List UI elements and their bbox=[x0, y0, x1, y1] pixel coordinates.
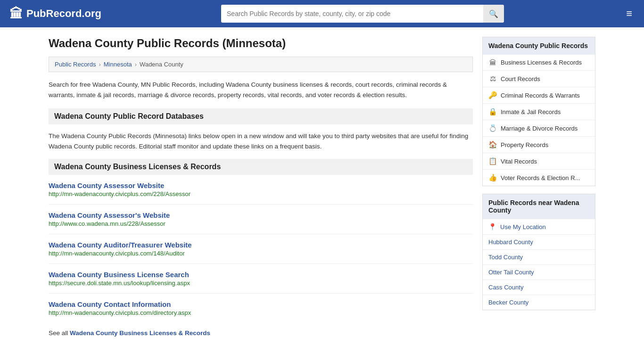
record-title-3[interactable]: Wadena County Business License Search bbox=[49, 271, 189, 279]
lock-icon: 🔒 bbox=[488, 107, 497, 116]
home-icon: 🏠 bbox=[488, 140, 497, 149]
sidebar-becker-county[interactable]: Becker County bbox=[483, 295, 595, 310]
breadcrumb-separator-1: › bbox=[99, 61, 100, 68]
court-icon: ⚖ bbox=[488, 74, 497, 83]
business-icon: 🏛 bbox=[488, 58, 497, 66]
sidebar-label-court: Court Records bbox=[501, 75, 540, 82]
databases-description: The Wadena County Public Records (Minnes… bbox=[49, 131, 473, 151]
sidebar-cass-county[interactable]: Cass County bbox=[483, 280, 595, 295]
record-title-4[interactable]: Wadena County Contact Information bbox=[49, 300, 171, 308]
sidebar-use-location[interactable]: 📍 Use My Location bbox=[483, 219, 595, 234]
record-title-0[interactable]: Wadena County Assessor Website bbox=[49, 181, 164, 189]
record-entry-2: Wadena County Auditor/Treasurer Website … bbox=[49, 241, 473, 264]
sidebar-label-business: Business Licenses & Records bbox=[501, 59, 582, 66]
main-content: Wadena County Public Records (Minnesota)… bbox=[49, 37, 473, 337]
sidebar-label-voter: Voter Records & Election R... bbox=[501, 174, 580, 181]
sidebar-item-vital-records[interactable]: 📋 Vital Records bbox=[483, 153, 595, 169]
databases-heading: Wadena County Public Record Databases bbox=[49, 108, 473, 124]
record-title-1[interactable]: Wadena County Assessor's Website bbox=[49, 211, 170, 219]
see-all-link[interactable]: Wadena County Business Licenses & Record… bbox=[70, 329, 210, 337]
search-bar: 🔍 bbox=[221, 5, 504, 23]
record-list: Wadena County Assessor Website http://mn… bbox=[49, 181, 473, 323]
logo-text: PubRecord.org bbox=[26, 8, 101, 20]
record-entry-3: Wadena County Business License Search ht… bbox=[49, 271, 473, 294]
breadcrumb-separator-2: › bbox=[135, 61, 137, 68]
clipboard-icon: 📋 bbox=[488, 157, 497, 165]
sidebar-item-property-records[interactable]: 🏠 Property Records bbox=[483, 136, 595, 153]
sidebar-item-inmate-records[interactable]: 🔒 Inmate & Jail Records bbox=[483, 103, 595, 120]
sidebar-label-criminal: Criminal Records & Warrants bbox=[501, 92, 580, 99]
search-input[interactable] bbox=[221, 5, 483, 23]
sidebar-section-title: Wadena County Public Records bbox=[483, 37, 595, 54]
see-all-text: See all Wadena County Business Licenses … bbox=[49, 329, 473, 337]
sidebar-item-court-records[interactable]: ⚖ Court Records bbox=[483, 70, 595, 87]
sidebar-label-inmate: Inmate & Jail Records bbox=[501, 108, 561, 115]
ring-icon: 💍 bbox=[488, 124, 497, 132]
search-button[interactable]: 🔍 bbox=[483, 5, 504, 23]
breadcrumb: Public Records › Minnesota › Wadena Coun… bbox=[49, 57, 473, 72]
record-url-1[interactable]: http://www.co.wadena.mn.us/228/Assessor bbox=[49, 220, 473, 227]
main-container: Wadena County Public Records (Minnesota)… bbox=[39, 27, 605, 346]
sidebar-item-marriage-records[interactable]: 💍 Marriage & Divorce Records bbox=[483, 120, 595, 136]
page-description: Search for free Wadena County, MN Public… bbox=[49, 80, 473, 100]
business-heading: Wadena County Business Licenses & Record… bbox=[49, 159, 473, 175]
breadcrumb-current: Wadena County bbox=[140, 61, 183, 68]
record-url-3[interactable]: https://secure.doli.state.mn.us/lookup/l… bbox=[49, 280, 473, 287]
search-icon: 🔍 bbox=[489, 10, 498, 18]
breadcrumb-public-records[interactable]: Public Records bbox=[55, 61, 96, 68]
use-location-label: Use My Location bbox=[500, 223, 546, 230]
nearby-section-title: Public Records near Wadena County bbox=[483, 194, 595, 219]
sidebar-records-section: Wadena County Public Records 🏛 Business … bbox=[482, 37, 595, 186]
thumbsup-icon: 👍 bbox=[488, 173, 497, 182]
record-entry-0: Wadena County Assessor Website http://mn… bbox=[49, 181, 473, 205]
page-title: Wadena County Public Records (Minnesota) bbox=[49, 37, 473, 50]
sidebar-label-property: Property Records bbox=[501, 141, 548, 148]
sidebar-nearby-section: Public Records near Wadena County 📍 Use … bbox=[482, 194, 595, 310]
sidebar-label-vital: Vital Records bbox=[501, 158, 537, 165]
record-entry-4: Wadena County Contact Information http:/… bbox=[49, 300, 473, 323]
sidebar-hubbard-county[interactable]: Hubbard County bbox=[483, 234, 595, 249]
record-url-2[interactable]: http://mn-wadenacounty.civicplus.com/148… bbox=[49, 250, 473, 257]
sidebar-item-criminal-records[interactable]: 🔑 Criminal Records & Warrants bbox=[483, 87, 595, 103]
menu-button[interactable]: ≡ bbox=[624, 5, 635, 22]
header-right: ≡ bbox=[624, 5, 635, 22]
hamburger-icon: ≡ bbox=[626, 8, 632, 19]
site-header: 🏛 PubRecord.org 🔍 ≡ bbox=[0, 0, 644, 27]
location-pin-icon: 📍 bbox=[488, 223, 496, 230]
record-url-0[interactable]: http://mn-wadenacounty.civicplus.com/228… bbox=[49, 190, 473, 197]
record-title-2[interactable]: Wadena County Auditor/Treasurer Website bbox=[49, 241, 192, 249]
record-url-4[interactable]: http://mn-wadenacounty.civicplus.com/dir… bbox=[49, 309, 473, 316]
sidebar: Wadena County Public Records 🏛 Business … bbox=[482, 37, 595, 337]
sidebar-todd-county[interactable]: Todd County bbox=[483, 249, 595, 264]
breadcrumb-minnesota[interactable]: Minnesota bbox=[104, 61, 132, 68]
building-icon: 🏛 bbox=[9, 6, 23, 22]
record-entry-1: Wadena County Assessor's Website http://… bbox=[49, 211, 473, 234]
sidebar-label-marriage: Marriage & Divorce Records bbox=[501, 125, 578, 132]
key-icon: 🔑 bbox=[488, 91, 497, 99]
see-all-label: See all bbox=[49, 329, 68, 337]
sidebar-otter-tail-county[interactable]: Otter Tail County bbox=[483, 264, 595, 280]
sidebar-item-voter-records[interactable]: 👍 Voter Records & Election R... bbox=[483, 169, 595, 186]
sidebar-item-business-licenses[interactable]: 🏛 Business Licenses & Records bbox=[483, 54, 595, 70]
site-logo[interactable]: 🏛 PubRecord.org bbox=[9, 6, 101, 22]
